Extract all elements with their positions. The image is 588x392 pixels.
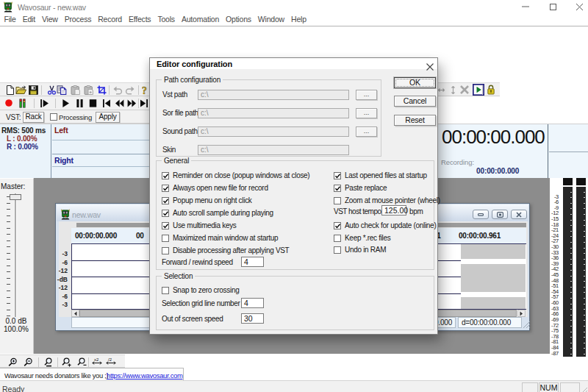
sor-file-path-browse-button[interactable]: ... [356,108,377,118]
reset-button[interactable]: Reset [394,115,436,126]
record-icon[interactable] [4,99,13,107]
overview-left-label: Left [54,126,68,135]
help-icon[interactable]: ? [141,85,149,96]
menu-item-view[interactable]: View [38,13,61,26]
menu-item-effects[interactable]: Effects [125,13,154,26]
status-panel-2 [560,382,580,392]
donation-link[interactable]: https://www.wavosaur.com [107,371,183,379]
keep-rec-files-checkbox[interactable] [334,235,341,242]
menu-item-help[interactable]: Help [288,13,310,26]
master-tick [7,271,10,272]
close-button[interactable] [568,0,588,13]
menu-item-record[interactable]: Record [95,13,126,26]
maximize-button[interactable] [542,0,564,13]
save-file-icon[interactable] [29,85,38,95]
doc-maximize-button[interactable] [492,210,508,219]
forward-speed-input[interactable]: 4 [241,257,264,267]
rewind-icon[interactable] [115,99,124,108]
wave-resize-grip[interactable] [521,318,531,328]
sound-path-input[interactable]: c:\ [198,126,349,137]
new-file-icon[interactable] [5,85,15,95]
screen-speed-input[interactable]: 30 [241,313,264,324]
open-file-icon[interactable] [15,85,26,95]
master-fader-handle[interactable] [10,194,21,200]
use-multimedia-keys-label: Use multimedia keys [173,221,237,229]
doc-minimize-button[interactable] [473,210,489,219]
menu-item-options[interactable]: Options [223,13,255,26]
vst-rack-button[interactable]: Rack [23,112,44,123]
master-tick [7,266,10,266]
scroll-left-button[interactable] [71,310,79,317]
monitor-input-icon[interactable] [18,99,26,108]
forward-icon[interactable] [127,99,137,108]
zoom-at-mouse-pointer-wheel-checkbox[interactable] [334,197,341,204]
cut-icon[interactable] [47,85,57,95]
vst-path-browse-button[interactable]: ... [356,90,377,100]
zoom-in-icon[interactable] [8,357,18,367]
resize-h-icon[interactable] [438,87,445,93]
snap-to-zero-crossing-checkbox[interactable] [162,287,169,294]
donation-message: Wavosaur needs donators like you ;) [4,371,108,379]
paste-icon[interactable] [71,85,80,95]
ok-button[interactable]: OK [394,77,436,88]
redo-icon[interactable] [125,85,135,95]
master-tick [7,221,10,222]
zoom-vertical-in-icon[interactable] [62,357,72,367]
statusbar-resize-grip[interactable] [581,384,588,392]
skin-input[interactable]: c:\ [198,145,349,155]
disable-processing-after-applying-vst-checkbox[interactable] [162,247,169,254]
menu-item-automation[interactable]: Automation [178,13,222,26]
menu-item-window[interactable]: Window [254,13,287,26]
cancel-button[interactable]: Cancel [394,96,436,107]
ruler-time: 00:00:00.000 [75,232,117,240]
delete-icon[interactable] [460,85,469,94]
reminder-on-close-popup-windows-at-close-checkbox[interactable] [162,172,169,179]
tempo-input[interactable]: 125.00 [381,205,406,215]
paste-insert-icon[interactable] [84,85,93,95]
status-ready: Ready [2,385,24,392]
doc-close-button[interactable] [511,210,527,219]
vst-path-input[interactable]: c:\ [198,90,349,100]
auto-check-for-update-online-checkbox[interactable] [334,222,341,229]
menu-item-process[interactable]: Process [61,13,95,26]
menu-item-edit[interactable]: Edit [19,13,38,26]
zoom-half-icon[interactable]: /2 [106,357,116,366]
toolbar-separator [109,85,110,95]
go-end-icon[interactable] [140,99,148,108]
paste-mix-icon[interactable] [97,85,107,95]
popup-menu-on-right-click-checkbox[interactable] [162,197,169,204]
dialog-titlebar[interactable]: Editor configuration [150,58,437,69]
maximized-main-window-at-startup-checkbox[interactable] [162,235,169,242]
grid-line-input[interactable]: 4 [241,298,264,308]
pause-icon[interactable] [76,99,84,108]
auto-scroll-sample-during-playing-checkbox[interactable] [162,210,169,217]
dialog-close-button[interactable] [426,60,434,68]
last-opened-files-at-startup-checkbox[interactable] [334,172,341,179]
always-open-new-file-for-record-checkbox[interactable] [162,185,169,192]
go-start-icon[interactable] [102,99,111,108]
minimize-button[interactable] [514,0,537,13]
zoom-vertical-out-icon[interactable] [77,357,87,367]
vst-apply-button[interactable]: Apply [96,112,120,123]
menu-item-tools[interactable]: Tools [154,13,179,26]
zoom-x2-icon[interactable]: x2 [92,357,102,366]
use-multimedia-keys-checkbox[interactable] [162,222,169,229]
master-percent-value: 100.0% [0,325,32,333]
resize-v-icon[interactable] [450,86,456,94]
processing-checkbox[interactable] [50,113,57,121]
sor-file-path-input[interactable]: c:\ [198,108,349,118]
sound-path-browse-button[interactable]: ... [356,126,377,137]
copy-icon[interactable] [57,85,67,95]
undo-icon[interactable] [112,85,123,95]
scroll-right-button[interactable] [517,310,526,317]
master-fader-track[interactable] [15,193,17,317]
zoom-out-icon[interactable] [24,357,34,367]
stop-icon[interactable] [89,99,97,108]
play-icon[interactable] [62,99,70,108]
paste-replace-checkbox[interactable] [334,185,341,192]
zoom-selection-icon[interactable] [43,357,54,367]
play-from-cursor-icon[interactable] [40,99,49,108]
lock-icon[interactable] [487,85,495,95]
undo-in-ram-checkbox[interactable] [334,246,341,254]
menu-item-file[interactable]: File [1,13,19,26]
